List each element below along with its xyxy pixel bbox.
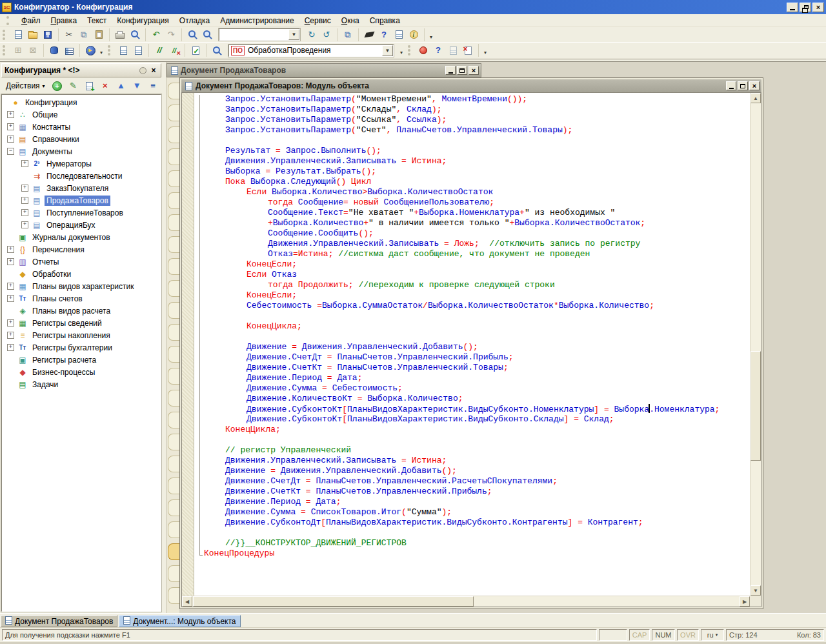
window-tab[interactable]: Документ...: Модуль объекта — [119, 615, 240, 627]
menu-item-administration[interactable]: Администрирование — [215, 15, 299, 26]
horizontal-scroll-thumb[interactable] — [193, 596, 474, 607]
tree-expander-icon[interactable]: + — [7, 344, 14, 351]
menu-item-configuration[interactable]: Конфигурация — [112, 15, 174, 26]
tree-item[interactable]: +▦Планы видов характеристик — [2, 280, 161, 292]
language-selector[interactable]: ru ▾ — [701, 629, 724, 641]
tree-item[interactable]: +▤ЗаказПокупателя — [2, 182, 161, 194]
module-window-titlebar[interactable]: Документ ПродажаТоваров: Модуль объекта … — [181, 79, 761, 92]
menu-item-help[interactable]: Справка — [365, 15, 405, 26]
print-preview-button[interactable] — [128, 28, 142, 41]
toolbar-handle[interactable] — [108, 45, 112, 55]
window-tab[interactable]: Документ ПродажаТоваров — [1, 615, 117, 627]
tree-item[interactable]: ◆Обработки — [2, 268, 161, 280]
scroll-down-icon[interactable]: ▼ — [750, 585, 761, 596]
tree-item[interactable]: +∴Общие — [2, 108, 161, 121]
code-line[interactable]: Пока Выборка.Следующий() Цикл — [195, 177, 750, 187]
uncomment-lines-button[interactable] — [167, 44, 181, 57]
code-line[interactable]: Движение.СубконтоКт[ПланыВидовХарактерис… — [195, 414, 750, 425]
cut-button[interactable]: ✂ — [62, 28, 76, 41]
toolbar-overflow-button[interactable]: ▾ — [482, 44, 489, 57]
tree-item[interactable]: ◈Планы видов расчета — [2, 305, 161, 317]
module-maximize-button[interactable] — [738, 81, 748, 90]
panel-header[interactable]: Конфигурация * <!> × — [1, 63, 161, 77]
document-form-window-titlebar[interactable]: Документ ПродажаТоваров × — [166, 63, 481, 77]
run-button[interactable]: ▶ — [83, 44, 97, 57]
code-line[interactable]: +Выборка.Количество+" в наличии имеется … — [195, 218, 750, 228]
block-disabled-button[interactable]: ⊠ — [26, 44, 40, 57]
tree-expander-icon[interactable]: + — [21, 160, 28, 167]
code-line[interactable]: Отказ=Истина; //систкма даст сообщение, … — [195, 249, 750, 259]
code-text-area[interactable]: Запрос.УстановитьПараметр("МоментВремени… — [195, 93, 750, 596]
code-line[interactable]: Сообщение.Текст="Не хватает "+Выборка.Но… — [195, 208, 750, 218]
title-bar[interactable]: 1C Конфигуратор - Конфигурация × — [0, 0, 826, 14]
windows-compare-button[interactable]: ⧉ — [341, 28, 355, 41]
code-line[interactable] — [195, 311, 750, 321]
code-line[interactable]: Движение.СчетДт = ПланыСчетов.Управленче… — [195, 352, 750, 363]
context-procedure-combo[interactable]: ПООбработкаПроведения▼ — [228, 45, 394, 57]
toolbar-overflow-button[interactable]: ▾ — [398, 44, 405, 57]
find-in-files-button[interactable] — [185, 28, 199, 41]
tree-expander-icon[interactable]: + — [7, 111, 14, 118]
tree-expander-icon[interactable]: − — [7, 148, 14, 155]
code-line[interactable]: Движение.СубконтоДт[ПланыВидовХарактерис… — [195, 518, 750, 528]
menu-item-file[interactable]: Файл — [16, 15, 46, 26]
tree-item[interactable]: ◆Бизнес-процессы — [2, 366, 161, 378]
code-line[interactable]: Движения.Управленческий.Записывать = Лож… — [195, 239, 750, 249]
scroll-right-icon[interactable]: ▶ — [740, 596, 750, 607]
code-line[interactable]: тогда Сообщение= новый СообщениеПользова… — [195, 197, 750, 208]
code-line[interactable] — [195, 332, 750, 342]
copy-button[interactable]: ⧉ — [77, 28, 91, 41]
form-minimize-button[interactable] — [445, 66, 456, 75]
check-config-button[interactable] — [362, 28, 376, 41]
format-disabled-button[interactable]: ⊞ — [11, 44, 25, 57]
actions-delete-button[interactable]: × — [98, 79, 112, 92]
tree-expander-icon[interactable]: + — [21, 209, 28, 216]
horizontal-scrollbar[interactable]: ◀ ▶ — [182, 596, 750, 607]
tree-item[interactable]: −▤Документы — [2, 145, 161, 157]
menu-item-service[interactable]: Сервис — [299, 15, 336, 26]
code-line[interactable]: Движение.СчетКт = ПланыСчетов.Управленче… — [195, 363, 750, 373]
form-close-button[interactable]: × — [468, 66, 479, 75]
menu-item-debug[interactable]: Отладка — [174, 15, 215, 26]
form-maximize-button[interactable] — [457, 66, 467, 75]
delete-mark-button[interactable] — [461, 44, 475, 57]
actions-edit-button[interactable]: ✎ — [66, 79, 80, 92]
print-button[interactable] — [113, 28, 127, 41]
code-line[interactable]: Запрос.УстановитьПараметр("Счет", ПланыС… — [195, 125, 750, 136]
code-line[interactable]: Движение.Сумма = Себестоимость; — [195, 383, 750, 394]
syntax-helper-button[interactable]: ? — [377, 28, 391, 41]
toolbar-handle[interactable] — [3, 30, 6, 40]
tree-item[interactable]: +▤ОперацияБух — [2, 219, 161, 231]
tree-item[interactable]: +ТтРегистры бухгалтерии — [2, 341, 161, 354]
open-button[interactable] — [26, 28, 40, 41]
vertical-scroll-thumb[interactable] — [750, 351, 761, 461]
menu-item-windows[interactable]: Окна — [336, 15, 365, 26]
tree-item[interactable]: ▣Журналы документов — [2, 231, 161, 243]
actions-add-copy-button[interactable] — [82, 79, 96, 92]
code-line[interactable]: КонецЦикла; — [195, 321, 750, 332]
goto-definition-button[interactable] — [416, 44, 430, 57]
actions-add-button[interactable]: + — [50, 79, 65, 92]
code-line[interactable]: Результат = Запрос.Выполнить(); — [195, 146, 750, 156]
code-line[interactable]: Движение.СчетКт = ПланыСчетов.Управленче… — [195, 487, 750, 497]
code-line[interactable]: Движение.Сумма = СписокТоваров.Итог("Сум… — [195, 507, 750, 518]
tree-item[interactable]: +▦Регистры сведений — [2, 317, 161, 329]
code-line[interactable]: Выборка = Результат.Выбрать(); — [195, 166, 750, 177]
actions-reorder-button[interactable]: ≡ — [146, 79, 160, 92]
tree-item[interactable]: +2³Нумераторы — [2, 157, 161, 170]
redo-button[interactable]: ↷ — [164, 28, 178, 41]
code-line[interactable]: Если Выборка.Количество>Выборка.Количест… — [195, 187, 750, 197]
procedures-list-button[interactable] — [210, 44, 224, 57]
template-save-button[interactable] — [131, 44, 145, 57]
tree-expander-icon[interactable]: + — [21, 221, 28, 228]
tree-expander-icon[interactable]: + — [7, 283, 14, 290]
find-next-button[interactable]: ↻ — [305, 28, 319, 41]
minimize-button[interactable] — [787, 3, 798, 12]
code-line[interactable]: Движения.Управленческий.Записывать = Ист… — [195, 156, 750, 166]
check-module-button[interactable] — [188, 44, 203, 57]
database-button[interactable] — [47, 44, 61, 57]
code-line[interactable] — [195, 136, 750, 146]
tree-expander-icon[interactable]: + — [7, 123, 14, 130]
toolbar-overflow-button[interactable]: ▾ — [98, 44, 105, 57]
code-line[interactable] — [195, 528, 750, 538]
